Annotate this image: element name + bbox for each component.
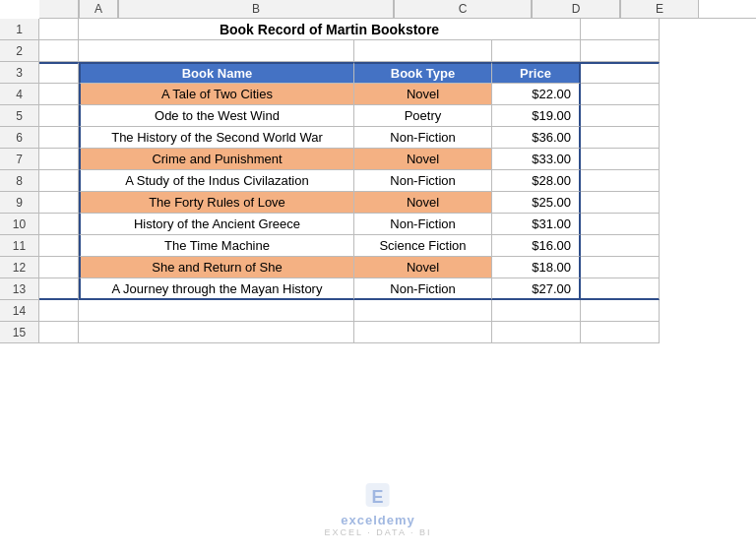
rownum-4: 4 (0, 84, 39, 105)
cell-11c: Science Fiction (354, 235, 492, 257)
cell-7a (39, 149, 79, 170)
row-6: 6 The History of the Second World War No… (0, 127, 756, 149)
cell-7b: Crime and Punishment (79, 149, 354, 170)
cell-9d: $25.00 (492, 192, 581, 214)
cell-9a (39, 192, 79, 214)
cell-8c: Non-Fiction (354, 170, 492, 192)
row-7: 7 Crime and Punishment Novel $33.00 (0, 149, 756, 170)
cell-8b: A Study of the Indus Civilazation (79, 170, 354, 192)
cell-4e (581, 84, 660, 105)
cell-1e (581, 19, 660, 40)
cell-10c: Non-Fiction (354, 214, 492, 235)
cell-header-booktype: Book Type (354, 62, 492, 84)
watermark: E exceldemy EXCEL · DATA · BI (325, 477, 432, 537)
cell-4a (39, 84, 79, 105)
cell-5e (581, 105, 660, 127)
cell-10e (581, 214, 660, 235)
cell-2b (79, 40, 354, 62)
cell-9e (581, 192, 660, 214)
cell-1a (39, 19, 79, 40)
col-header-row (39, 0, 79, 18)
row-4: 4 A Tale of Two Cities Novel $22.00 (0, 84, 756, 105)
cell-11a (39, 235, 79, 257)
row-11: 11 The Time Machine Science Fiction $16.… (0, 235, 756, 257)
cell-7e (581, 149, 660, 170)
rownum-6: 6 (0, 127, 39, 149)
column-headers: A B C D E (39, 0, 756, 19)
cell-2d (492, 40, 581, 62)
cell-8d: $28.00 (492, 170, 581, 192)
cell-11e (581, 235, 660, 257)
cell-4b: A Tale of Two Cities (79, 84, 354, 105)
col-header-e: E (620, 0, 699, 18)
cell-10b: History of the Ancient Greece (79, 214, 354, 235)
row-12: 12 She and Return of She Novel $18.00 (0, 257, 756, 278)
cell-13c: Non-Fiction (354, 278, 492, 300)
row-13: 13 A Journey through the Mayan History N… (0, 278, 756, 300)
rownum-3: 3 (0, 62, 39, 84)
cell-12b: She and Return of She (79, 257, 354, 278)
cell-5d: $19.00 (492, 105, 581, 127)
cell-13a (39, 278, 79, 300)
spreadsheet: A B C D E 1 Book Record of Martin Bookst… (0, 0, 756, 555)
rownum-1: 1 (0, 19, 39, 40)
svg-text:E: E (372, 487, 384, 507)
cell-4d: $22.00 (492, 84, 581, 105)
cell-10d: $31.00 (492, 214, 581, 235)
cell-13e (581, 278, 660, 300)
cell-6e (581, 127, 660, 149)
cell-3a (39, 62, 79, 84)
watermark-icon: E (360, 477, 396, 513)
cell-7c: Novel (354, 149, 492, 170)
row-9: 9 The Forty Rules of Love Novel $25.00 (0, 192, 756, 214)
row-8: 8 A Study of the Indus Civilazation Non-… (0, 170, 756, 192)
cell-title: Book Record of Martin Bookstore (79, 19, 581, 40)
cell-12a (39, 257, 79, 278)
row-2: 2 (0, 40, 756, 62)
row-14: 14 (0, 300, 756, 322)
cell-9c: Novel (354, 192, 492, 214)
rownum-12: 12 (0, 257, 39, 278)
cell-13d: $27.00 (492, 278, 581, 300)
col-header-b: B (118, 0, 394, 18)
cell-12c: Novel (354, 257, 492, 278)
cell-6b: The History of the Second World War (79, 127, 354, 149)
rownum-2: 2 (0, 40, 39, 62)
row-10: 10 History of the Ancient Greece Non-Fic… (0, 214, 756, 235)
data-rows: 4 A Tale of Two Cities Novel $22.00 5 Od… (0, 84, 756, 300)
cell-8a (39, 170, 79, 192)
cell-11d: $16.00 (492, 235, 581, 257)
cell-3e (581, 62, 660, 84)
cell-6a (39, 127, 79, 149)
rownum-10: 10 (0, 214, 39, 235)
cell-4c: Novel (354, 84, 492, 105)
watermark-name: exceldemy (341, 513, 415, 527)
cell-9b: The Forty Rules of Love (79, 192, 354, 214)
col-header-c: C (394, 0, 532, 18)
cell-13b: A Journey through the Mayan History (79, 278, 354, 300)
row-5: 5 Ode to the West Wind Poetry $19.00 (0, 105, 756, 127)
rownum-13: 13 (0, 278, 39, 300)
extra-rows: 14 15 (0, 300, 756, 343)
cell-5b: Ode to the West Wind (79, 105, 354, 127)
cell-2e (581, 40, 660, 62)
cell-header-price: Price (492, 62, 581, 84)
col-header-a: A (79, 0, 118, 18)
cell-8e (581, 170, 660, 192)
cell-2a (39, 40, 79, 62)
row-1: 1 Book Record of Martin Bookstore (0, 19, 756, 40)
rownum-11: 11 (0, 235, 39, 257)
row-3: 3 Book Name Book Type Price (0, 62, 756, 84)
cell-12e (581, 257, 660, 278)
cell-2c (354, 40, 492, 62)
cell-7d: $33.00 (492, 149, 581, 170)
rownum-8: 8 (0, 170, 39, 192)
rownum-5: 5 (0, 105, 39, 127)
rownum-7: 7 (0, 149, 39, 170)
cell-11b: The Time Machine (79, 235, 354, 257)
cell-6d: $36.00 (492, 127, 581, 149)
row-15: 15 (0, 322, 756, 343)
cell-header-bookname: Book Name (79, 62, 354, 84)
watermark-sub: EXCEL · DATA · BI (325, 527, 432, 537)
cell-5c: Poetry (354, 105, 492, 127)
